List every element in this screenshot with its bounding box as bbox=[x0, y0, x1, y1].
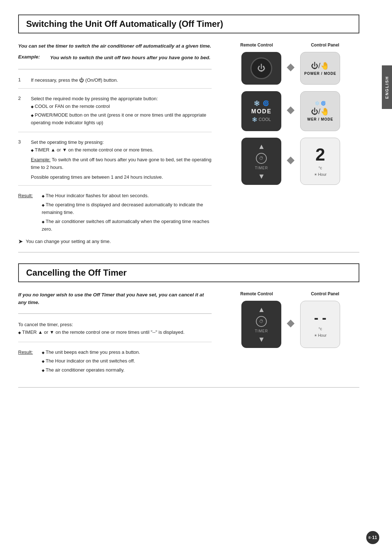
cancel-result-bullet3: The air conditioner operates normally. bbox=[42, 366, 140, 374]
cancel-hour-sun-icon: ☀ bbox=[314, 333, 317, 337]
divider3 bbox=[18, 313, 212, 314]
page-wrapper: ENGLISH Switching the Unit Off Automatic… bbox=[0, 0, 392, 555]
section2-title: Cancelling the Off Timer bbox=[26, 268, 351, 278]
cancel-timer-up: ▲ bbox=[258, 305, 265, 314]
section2-body: If you no longer wish to use the Off Tim… bbox=[18, 291, 359, 380]
cancel-step-text: To cancel the timer, press: bbox=[18, 321, 212, 329]
e-prefix: E- bbox=[368, 536, 372, 539]
cancel-timer-dash: - - bbox=[314, 311, 326, 324]
divider2 bbox=[18, 252, 359, 252]
cancel-timer-circle: ⏱ bbox=[256, 316, 267, 327]
step2-bullets: COOL or FAN on the remote control POWER/… bbox=[31, 103, 212, 126]
section1-intro: You can set the timer to switch the air … bbox=[18, 42, 212, 50]
cancel-step-bullets: TIMER ▲ or ▼ on the remote control one o… bbox=[18, 329, 212, 336]
example-label: Example: bbox=[18, 54, 47, 61]
tip-text: You can change your setting at any time. bbox=[26, 239, 111, 244]
timer-down-arrow: ▼ bbox=[258, 172, 265, 181]
hour-sun-icon: ☀ bbox=[314, 173, 317, 177]
cancel-panel-timer: - - °c ☀ Hour bbox=[300, 301, 340, 348]
section1-header: Switching the Unit Off Automatically (Of… bbox=[18, 15, 359, 33]
fan-icon2: 🌀 bbox=[263, 100, 269, 106]
cancel-result-label: Result: bbox=[18, 349, 38, 376]
step3-bullets: TIMER ▲ or ▼ on the remote control one o… bbox=[31, 146, 212, 154]
step2-bullet2: POWER/MODE button on the unit (press it … bbox=[31, 112, 212, 127]
arrow-icon1: ◆ bbox=[287, 61, 295, 73]
section2-diagram-col: Remote Control Control Panel ▲ ⏱ TIMER ▼… bbox=[222, 291, 359, 380]
result-bullets: The Hour indicator flashes for about ten… bbox=[42, 192, 212, 233]
arrow-icon3: ◆ bbox=[287, 154, 295, 166]
section2: Cancelling the Off Timer If you no longe… bbox=[18, 263, 359, 387]
example-row: Example: You wish to switch the unit off… bbox=[18, 54, 212, 61]
step2-row: 2 Select the required mode by pressing t… bbox=[18, 95, 212, 132]
main-content: Switching the Unit Off Automatically (Of… bbox=[0, 0, 377, 555]
hour-label1: Hour bbox=[318, 172, 327, 177]
diagram-labels-row1: Remote Control Control Panel bbox=[222, 42, 359, 48]
step3-text: Set the operating time by pressing: bbox=[31, 139, 212, 146]
power-icon: ⏻ bbox=[257, 64, 265, 73]
power-mode-label: POWER / MODE bbox=[304, 72, 336, 76]
mode-text: MODE bbox=[251, 108, 271, 115]
diagram-power: ⏻ ◆ ⏻/🤚 POWER / MODE bbox=[241, 52, 340, 85]
cancel-step-row: To cancel the timer, press: TIMER ▲ or ▼… bbox=[18, 321, 212, 342]
panel-mode-icons: ❄️ 🌀 bbox=[315, 101, 326, 106]
step3-content: Set the operating time by pressing: TIME… bbox=[31, 139, 212, 181]
tip-row: ➤ You can change your setting at any tim… bbox=[18, 239, 212, 245]
side-tab: ENGLISH bbox=[382, 65, 392, 109]
cancel-timer-diagram: ▲ ⏱ TIMER ▼ ◆ - - °c bbox=[241, 301, 340, 348]
panel-power-inner: ⏻/🤚 bbox=[311, 61, 330, 70]
step3-row: 3 Set the operating time by pressing: TI… bbox=[18, 139, 212, 186]
cancel-panel-label: Control Panel bbox=[302, 291, 349, 296]
section2-header: Cancelling the Off Timer bbox=[18, 263, 359, 282]
diagram-mode: ❄️ 🌀 MODE ❄️ COOL ◆ ❄️ 🌀 ⏻/🤚 WER / MODE bbox=[241, 91, 340, 131]
cancel-timer-hour: ☀ Hour bbox=[314, 333, 327, 337]
page-number: E-11 bbox=[366, 531, 379, 544]
step1-content: If necessary, press the ⏻ (On/Off) butto… bbox=[31, 77, 212, 84]
step2-text: Select the required mode by pressing the… bbox=[31, 95, 212, 103]
section2-intro: If you no longer wish to use the Off Tim… bbox=[18, 291, 212, 306]
remote-label: Remote Control bbox=[233, 42, 280, 48]
step3-bullet1: TIMER ▲ or ▼ on the remote control one o… bbox=[31, 146, 212, 154]
arrow-icon2: ◆ bbox=[287, 104, 295, 116]
cancel-result-bullet1: The unit beeps each time you press a but… bbox=[42, 349, 140, 356]
step1-num: 1 bbox=[18, 77, 25, 84]
timer-up-arrow: ▲ bbox=[258, 142, 265, 151]
panel-mode-btn: ❄️ 🌀 ⏻/🤚 WER / MODE bbox=[300, 91, 340, 131]
section1-title: Switching the Unit Off Automatically (Of… bbox=[26, 19, 351, 29]
cancel-diagram-labels-row: Remote Control Control Panel bbox=[222, 291, 359, 296]
cancel-remote-timer: ▲ ⏱ TIMER ▼ bbox=[241, 301, 281, 348]
degree-symbol: °c bbox=[318, 166, 322, 170]
divider4 bbox=[18, 387, 359, 388]
timer-hour: ☀ Hour bbox=[314, 172, 327, 177]
result-label: Result: bbox=[18, 192, 38, 234]
power-circle: ⏻ bbox=[250, 57, 272, 79]
step2-bullet1: COOL or FAN on the remote control bbox=[31, 103, 212, 110]
step1-text: If necessary, press the ⏻ (On/Off) butto… bbox=[31, 77, 118, 83]
cancel-result-bullet2: The Hour indicator on the unit switches … bbox=[42, 357, 140, 365]
cancel-result-row: Result: The unit beeps each time you pre… bbox=[18, 349, 212, 376]
cancel-step-content: To cancel the timer, press: TIMER ▲ or ▼… bbox=[18, 321, 212, 337]
cancel-timer-down: ▼ bbox=[258, 335, 265, 344]
cancel-degree-symbol: °c bbox=[318, 327, 322, 331]
result-bullet3: The air conditioner switches off automat… bbox=[42, 218, 212, 233]
cancel-result-bullets: The unit beeps each time you press a but… bbox=[42, 349, 140, 374]
section2-text-col: If you no longer wish to use the Off Tim… bbox=[18, 291, 212, 380]
section1-text-col: You can set the timer to switch the air … bbox=[18, 42, 212, 245]
timer-label: TIMER bbox=[255, 166, 268, 170]
result-row: Result: The Hour indicator flashes for a… bbox=[18, 192, 212, 234]
cancel-arrow-icon: ◆ bbox=[287, 317, 295, 329]
panel-mode-text: WER / MODE bbox=[307, 117, 334, 121]
panel-mode-main: ⏻/🤚 bbox=[311, 107, 330, 116]
step1-row: 1 If necessary, press the ⏻ (On/Off) but… bbox=[18, 77, 212, 89]
step2-content: Select the required mode by pressing the… bbox=[31, 95, 212, 127]
section1-body: You can set the timer to switch the air … bbox=[18, 42, 359, 245]
panel-timer-display: 2 °c ☀ Hour bbox=[300, 138, 340, 185]
cancel-timer-temp: °c bbox=[318, 327, 322, 331]
cancel-timer-label: TIMER bbox=[255, 329, 268, 333]
cancel-result-content: The unit beeps each time you press a but… bbox=[42, 349, 140, 376]
diagram-timer: ▲ ⏱ TIMER ▼ ◆ 2 °c ☀ Hour bbox=[241, 138, 340, 185]
page-num-value: 11 bbox=[372, 535, 377, 540]
panel-power-icon: ⏻/🤚 bbox=[311, 62, 330, 70]
divider1 bbox=[18, 69, 212, 69]
step2-num: 2 bbox=[18, 95, 25, 127]
timer-circle-icon: ⏱ bbox=[256, 153, 267, 164]
